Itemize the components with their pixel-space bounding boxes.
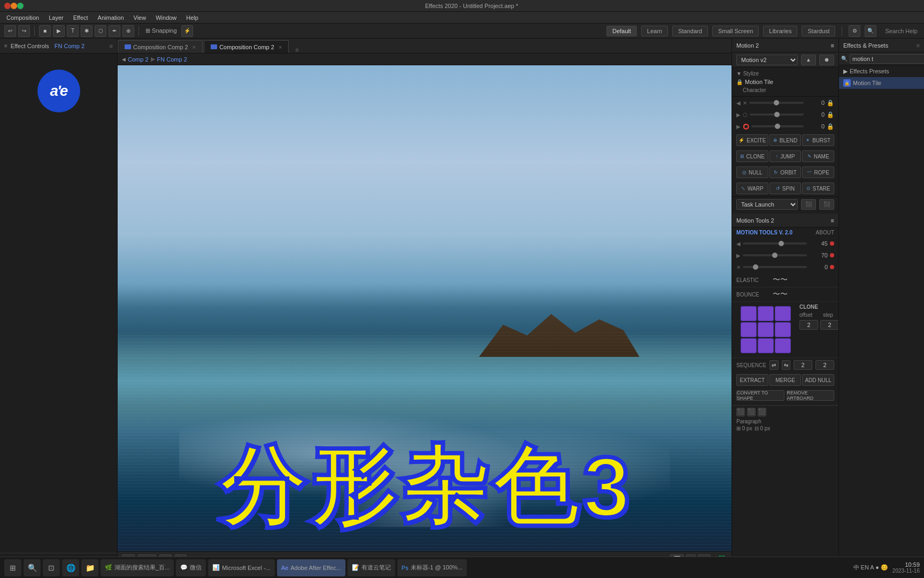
btn-orbit[interactable]: ↻ ORBIT (769, 166, 802, 178)
tab-default[interactable]: Default (606, 26, 637, 36)
ts2-thumb[interactable] (772, 253, 777, 258)
toolbar-settings[interactable]: ⚙ (849, 25, 860, 37)
tab-small-screen[interactable]: Small Screen (712, 26, 759, 36)
btn-null[interactable]: ◎ NULL (736, 166, 768, 178)
toolbar-redo[interactable]: ↪ (18, 25, 30, 37)
maximize-btn[interactable] (17, 3, 24, 9)
taskbar-explorer[interactable]: 📁 (81, 559, 98, 576)
taskbar-app-browser[interactable]: 🌿 湖面的搜索结果_百... (101, 559, 174, 576)
taskbar-start[interactable]: ⊞ (4, 559, 21, 576)
grid-btn-7[interactable] (741, 338, 757, 353)
btn-jump[interactable]: ↑ JUMP (769, 150, 802, 162)
tab-stardust[interactable]: Stardust (802, 26, 835, 36)
breadcrumb-item1[interactable]: Comp 2 (128, 56, 149, 63)
seq-btn-1[interactable]: ⇄ (769, 360, 778, 370)
motion2-menu[interactable]: ≡ (831, 42, 834, 49)
btn-name[interactable]: ✎ NAME (802, 150, 834, 162)
grid-btn-2[interactable] (758, 306, 774, 321)
slider1-track[interactable] (749, 102, 804, 104)
taskbar-search[interactable]: 🔍 (24, 559, 41, 576)
toolbar-tool1[interactable]: ■ (39, 25, 51, 37)
about-link[interactable]: ABOUT (816, 230, 834, 235)
grid-btn-3[interactable] (775, 306, 791, 321)
menu-composition[interactable]: Composition (2, 13, 43, 22)
comp-tab-comp2[interactable]: Composition Comp 2 × (118, 40, 203, 53)
taskbar-app-excel[interactable]: 📊 Microsoft Excel -... (208, 559, 274, 576)
tab-learn[interactable]: Learn (641, 26, 668, 36)
ep-item-motion-tile[interactable]: 🔒 Motion Tile (839, 77, 924, 89)
comp-tab-fn-comp2[interactable]: Composition Comp 2 × (204, 40, 289, 53)
motion2-header[interactable]: Motion 2 ≡ (732, 39, 838, 52)
motion-tile-item[interactable]: 🔒 Motion Tile (734, 78, 836, 86)
btn-warp[interactable]: ⤡ WARP (736, 182, 768, 194)
toolbar-stamp[interactable]: ⊕ (122, 25, 134, 37)
taskbar-app-wechat[interactable]: 💬 微信 (176, 559, 206, 576)
extract-btn[interactable]: EXTRACT (736, 374, 768, 386)
record-btn[interactable]: ⏺ (819, 55, 834, 65)
btn-rope[interactable]: 〰 ROPE (802, 166, 834, 178)
slider2-track[interactable] (750, 113, 804, 116)
remove-artboard-btn[interactable]: REMOVE ARTBOARD (787, 390, 835, 401)
toolbar-tool2[interactable]: ▶ (53, 25, 65, 37)
align-center[interactable]: ⬛ (747, 408, 756, 416)
btn-burst[interactable]: ✴ BURST (802, 134, 834, 146)
toolbar-tool5[interactable]: ⬡ (95, 25, 106, 37)
graph-btn[interactable]: ▲ (801, 55, 816, 65)
close-tab-2[interactable]: × (279, 44, 282, 50)
ep-menu[interactable]: ≡ (917, 42, 920, 49)
taskbar-app-notes[interactable]: 📝 有道云笔记 (348, 559, 395, 576)
taskbar-app-ps[interactable]: Ps 未标器-1 @ 100%... (397, 559, 467, 576)
slider2-thumb[interactable] (774, 112, 780, 117)
breadcrumb-item2[interactable]: FN Comp 2 (157, 56, 187, 63)
menu-window[interactable]: Window (151, 13, 181, 22)
ts3-thumb[interactable] (753, 264, 758, 270)
step-input[interactable] (820, 320, 839, 330)
grid-btn-6[interactable] (775, 322, 791, 337)
slider3-track[interactable] (751, 125, 804, 127)
toolbar-tool3[interactable]: T (67, 25, 79, 37)
add-null-btn[interactable]: ADD NULL (802, 374, 834, 386)
grid-btn-5[interactable] (758, 322, 774, 337)
breadcrumb-arrow[interactable]: ◀ (122, 57, 126, 62)
ts1-thumb[interactable] (779, 241, 784, 246)
menu-view[interactable]: View (129, 13, 151, 22)
close-btn[interactable] (4, 3, 11, 9)
task-launch-btn2[interactable]: ⬛ (819, 199, 834, 210)
toolbar-magnet[interactable]: ⚡ (181, 25, 193, 37)
btn-blend[interactable]: ⊕ BLEND (769, 134, 802, 146)
ep-search-input[interactable] (850, 54, 924, 64)
motion-tools-menu[interactable]: ≡ (831, 217, 834, 224)
motion-v2-dropdown[interactable]: Motion v2 (736, 55, 798, 65)
slider3-thumb[interactable] (775, 124, 780, 129)
tab-options[interactable]: ≡ (292, 47, 302, 53)
menu-animation[interactable]: Animation (94, 13, 128, 22)
toolbar-tool4[interactable]: ✱ (81, 25, 93, 37)
task-launch-select[interactable]: Task Launch (736, 199, 798, 210)
toolbar-pen[interactable]: ✒ (109, 25, 120, 37)
merge-btn[interactable]: MERGE (769, 374, 802, 386)
slider2-left[interactable]: ▶ (736, 112, 741, 118)
seq-btn-2[interactable]: ⇆ (782, 360, 790, 370)
btn-spin[interactable]: ↺ SPIN (769, 182, 802, 194)
ts3-left[interactable]: ✕ (736, 264, 741, 270)
grid-btn-1[interactable] (741, 306, 757, 321)
menu-help[interactable]: Help (182, 13, 203, 22)
slider1-thumb[interactable] (774, 100, 779, 105)
grid-btn-4[interactable] (741, 322, 757, 337)
tab-standard[interactable]: Standard (672, 26, 708, 36)
seq-input-1[interactable] (794, 360, 812, 370)
tab-libraries[interactable]: Libraries (763, 26, 797, 36)
seq-input-2[interactable] (815, 360, 834, 370)
align-left[interactable]: ⬛ (736, 408, 745, 416)
close-tab-1[interactable]: × (192, 44, 196, 50)
ts2-track[interactable] (743, 254, 807, 256)
motion-tools-header[interactable]: Motion Tools 2 ≡ (732, 214, 838, 227)
btn-stare[interactable]: ⊙ STARE (802, 182, 834, 194)
taskbar-app-ae[interactable]: Ae Adobe After Effec... (277, 559, 345, 576)
ts2-left[interactable]: ▶ (736, 253, 741, 258)
menu-layer[interactable]: Layer (44, 13, 68, 22)
slider3-left[interactable]: ▶ (736, 124, 741, 130)
stylize-header[interactable]: ▼ Stylize (734, 70, 836, 78)
ts3-track[interactable] (743, 266, 807, 268)
convert-to-shape-btn[interactable]: CONVERT TO SHAPE (736, 390, 784, 401)
